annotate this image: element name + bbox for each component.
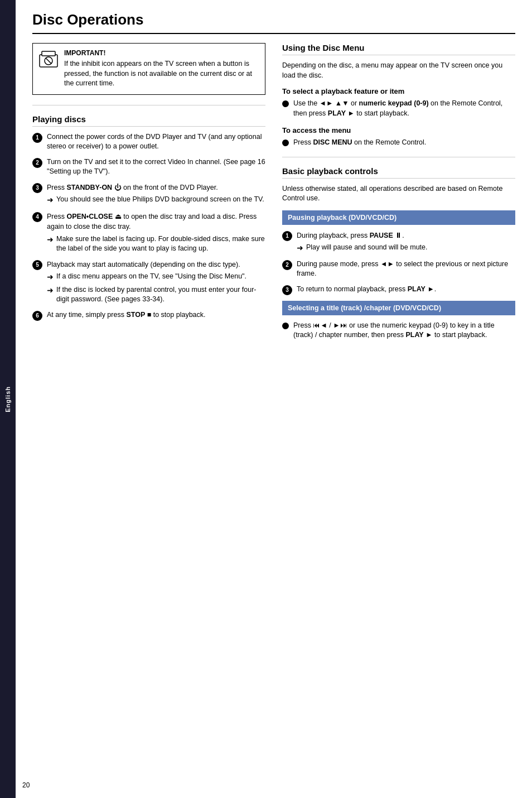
two-column-layout: IMPORTANT! If the inhibit icon appears o… [32, 43, 515, 346]
step-5-note-text-2: If the disc is locked by parental contro… [56, 285, 265, 305]
step-5-note-2: ➜ If the disc is locked by parental cont… [47, 285, 265, 305]
step-num-3: 3 [32, 183, 42, 193]
step-num-4: 4 [32, 212, 42, 222]
pause-step-1-note-text: Play will pause and sound will be mute. [306, 243, 427, 254]
pause-step-2: 2 During pause mode, press ◄► to select … [282, 259, 515, 279]
step-num-2: 2 [32, 158, 42, 168]
page-title: Disc Operations [32, 11, 515, 34]
arrow-5b: ➜ [47, 285, 54, 305]
inhibit-icon [38, 50, 59, 70]
step-4-note-text: Make sure the label is facing up. For do… [56, 234, 265, 254]
main-content: Disc Operations [16, 0, 532, 798]
step-2: 2 Turn on the TV and set it to the corre… [32, 157, 265, 177]
selecting-text: Press ⏮◄ / ►⏭ or use the numeric keypad … [293, 321, 515, 340]
step-text-2: Turn on the TV and set it to the correct… [47, 157, 265, 177]
pausing-playback-box: Pausing playback (DVD/VCD/CD) [282, 210, 515, 225]
divider-2 [282, 157, 515, 157]
step-num-6: 6 [32, 311, 42, 321]
pause-step-text-3: To return to normal playback, press PLAY… [297, 285, 436, 295]
disc-menu-title: Using the Disc Menu [282, 43, 515, 55]
pause-step-num-3: 3 [282, 285, 292, 295]
pause-step-num-1: 1 [282, 231, 292, 241]
sidebar: English [0, 0, 16, 798]
step-6: 6 At any time, simply press STOP ■ to st… [32, 310, 265, 321]
important-title: IMPORTANT! [64, 49, 259, 57]
page: English Disc Operations [0, 0, 532, 798]
page-number: 20 [22, 781, 30, 789]
disc-menu-desc: Depending on the disc, a menu may appear… [282, 61, 515, 80]
step-5-note-1: ➜ If a disc menu appears on the TV, see … [47, 272, 265, 283]
selecting-item: Press ⏮◄ / ►⏭ or use the numeric keypad … [282, 321, 515, 340]
sidebar-label: English [4, 386, 11, 412]
to-select-text: Use the ◄► ▲▼ or numeric keypad (0-9) on… [293, 99, 515, 118]
pause-step-3: 3 To return to normal playback, press PL… [282, 285, 515, 295]
pause-step-1-content: During playback, press PAUSE ⏸. ➜ Play w… [297, 230, 427, 254]
arrow-4: ➜ [47, 234, 54, 254]
to-select-item: Use the ◄► ▲▼ or numeric keypad (0-9) on… [282, 99, 515, 118]
pause-step-text-2: During pause mode, press ◄► to select th… [297, 259, 515, 279]
left-column: IMPORTANT! If the inhibit icon appears o… [32, 43, 265, 346]
playing-discs-title: Playing discs [32, 114, 265, 127]
to-access-item: Press DISC MENU on the Remote Control. [282, 138, 515, 148]
svg-rect-1 [42, 51, 55, 56]
step-5: 5 Playback may start automatically (depe… [32, 259, 265, 305]
right-column: Using the Disc Menu Depending on the dis… [282, 43, 515, 346]
step-text-4: Press OPEN•CLOSE ⏏ to open the disc tray… [47, 213, 257, 231]
bullet-2 [282, 140, 289, 146]
step-num-1: 1 [32, 133, 42, 143]
important-box: IMPORTANT! If the inhibit icon appears o… [32, 43, 265, 95]
step-3-content: Press STANDBY-ON ⏻ on the front of the D… [47, 182, 264, 206]
pause-step-num-2: 2 [282, 260, 292, 270]
step-num-5: 5 [32, 260, 42, 270]
step-text-6: At any time, simply press STOP ■ to stop… [47, 310, 206, 320]
step-text-5: Playback may start automatically (depend… [47, 261, 240, 268]
arrow-5a: ➜ [47, 272, 54, 283]
step-4: 4 Press OPEN•CLOSE ⏏ to open the disc tr… [32, 211, 265, 254]
step-5-note-text-1: If a disc menu appears on the TV, see "U… [56, 272, 246, 283]
basic-playback-desc: Unless otherwise stated, all operations … [282, 184, 515, 204]
basic-playback-title: Basic playback controls [282, 166, 515, 179]
to-access-heading: To access the menu [282, 126, 515, 134]
selecting-title-box: Selecting a title (track) /chapter (DVD/… [282, 301, 515, 315]
step-1: 1 Connect the power cords of the DVD Pla… [32, 132, 265, 152]
important-content: IMPORTANT! If the inhibit icon appears o… [64, 49, 259, 89]
divider-1 [32, 105, 265, 105]
step-text-1: Connect the power cords of the DVD Playe… [47, 132, 265, 152]
pause-step-text-1: During playback, press PAUSE ⏸. [297, 232, 404, 239]
pause-step-1-note: ➜ Play will pause and sound will be mute… [297, 243, 427, 254]
important-text: If the inhibit icon appears on the TV sc… [64, 59, 259, 89]
step-4-note: ➜ Make sure the label is facing up. For … [47, 234, 265, 254]
bullet-3 [282, 323, 289, 329]
arrow-p1: ➜ [297, 243, 303, 254]
step-3: 3 Press STANDBY-ON ⏻ on the front of the… [32, 182, 265, 206]
bullet-1 [282, 100, 289, 107]
pause-step-1: 1 During playback, press PAUSE ⏸. ➜ Play… [282, 230, 515, 254]
step-4-content: Press OPEN•CLOSE ⏏ to open the disc tray… [47, 211, 265, 254]
pausing-steps: 1 During playback, press PAUSE ⏸. ➜ Play… [282, 230, 515, 295]
step-3-note: ➜ You should see the blue Philips DVD ba… [47, 195, 264, 206]
to-select-heading: To select a playback feature or item [282, 87, 515, 95]
arrow-3: ➜ [47, 195, 54, 206]
to-access-text: Press DISC MENU on the Remote Control. [293, 138, 426, 148]
step-text-3: Press STANDBY-ON ⏻ on the front of the D… [47, 184, 218, 191]
playing-discs-steps: 1 Connect the power cords of the DVD Pla… [32, 132, 265, 321]
step-3-note-text: You should see the blue Philips DVD back… [56, 195, 264, 206]
step-5-content: Playback may start automatically (depend… [47, 259, 265, 305]
